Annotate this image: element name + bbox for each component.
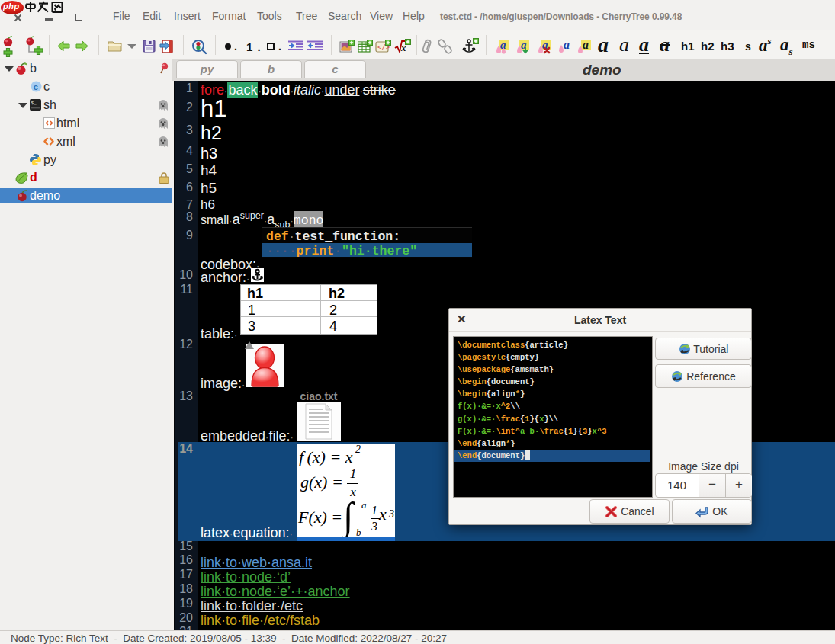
svg-text:a: a [564, 39, 570, 51]
svg-text:$_: $_ [31, 101, 37, 106]
svg-text:c: c [34, 82, 38, 91]
svg-text:a: a [583, 39, 589, 51]
